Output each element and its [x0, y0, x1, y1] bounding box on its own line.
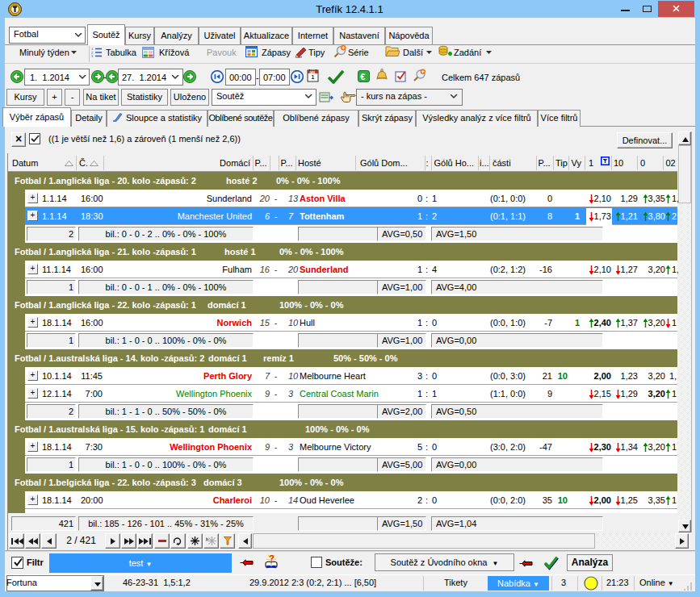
svg-text:JAN: JAN: [309, 71, 316, 74]
svg-text:3: 3: [91, 54, 94, 57]
svg-text:€: €: [360, 72, 365, 81]
svg-text:1: 1: [312, 74, 315, 80]
